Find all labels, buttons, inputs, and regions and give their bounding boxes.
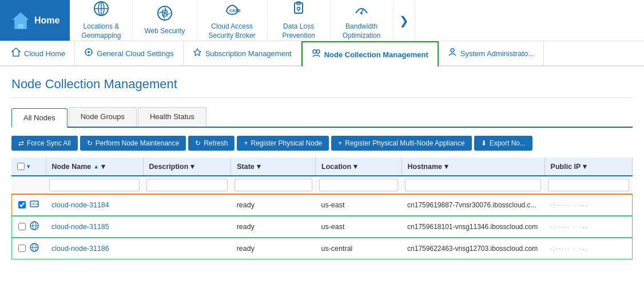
select-all-checkbox[interactable] — [17, 163, 25, 170]
register-physical-icon: + — [244, 139, 248, 147]
forcesync-button[interactable]: ⇄ Force Sync All — [11, 136, 78, 151]
row3-check-cell — [11, 238, 46, 259]
subnav-subscription[interactable]: Subscription Management — [184, 41, 301, 65]
col-state[interactable]: State ▾ — [231, 158, 316, 176]
tab-nodegroups[interactable]: Node Groups — [69, 107, 137, 127]
maintenance-button[interactable]: ↻ Perform Node Maintenance — [80, 136, 186, 151]
nav-item-dlp[interactable]: Data LossPrevention — [268, 0, 331, 41]
nav-item-locations[interactable]: Locations &Geomapping — [70, 0, 133, 41]
row2-location-cell: us-east — [316, 216, 402, 238]
export-button[interactable]: ⬇ Export No... — [474, 136, 532, 151]
svg-point-13 — [360, 12, 363, 14]
subnav-generalcloud[interactable]: General Cloud Settings — [75, 41, 183, 65]
sysadmin-icon — [448, 48, 457, 59]
row3-hostname-cell: cn1759622463-vnsg12703.ibosscloud.com — [401, 238, 544, 259]
filter-location-icon[interactable]: ▾ — [353, 162, 357, 171]
nav-label-dlp: Data LossPrevention — [282, 22, 315, 40]
filter-hostname-icon[interactable]: ▾ — [444, 162, 448, 171]
tab-allnodes[interactable]: All Nodes — [11, 108, 67, 128]
row2-hostname-cell: cn1759618101-vnsg11346.ibosscloud.com — [401, 216, 544, 238]
filter-hostname-cell — [401, 176, 544, 194]
subnav-sysadmin-label: System Administrato... — [460, 49, 534, 58]
row3-state-cell: ready — [231, 238, 316, 259]
row2-state-cell: ready — [231, 216, 316, 238]
generalcloud-icon — [84, 48, 93, 59]
row1-node-icon — [29, 199, 39, 211]
nav-label-websecurity: Web Security — [144, 27, 185, 36]
nav-label-bandwidth: BandwidthOptimization — [343, 22, 381, 40]
register-multi-button[interactable]: + Register Physical Multi-Node Appliance — [331, 136, 471, 151]
casb-icon: CASB — [224, 1, 240, 20]
svg-point-24 — [451, 49, 454, 52]
nav-item-websecurity[interactable]: Web Security — [133, 0, 197, 41]
row2-publicip-cell: ·:····· · ·-- — [544, 216, 632, 238]
register-multi-icon: + — [338, 139, 342, 147]
filter-description-input[interactable] — [146, 179, 228, 191]
nav-label-locations: Locations &Geomapping — [82, 22, 121, 40]
websecurity-icon — [157, 5, 173, 25]
col-description[interactable]: Description ▾ — [143, 158, 231, 176]
subnav-sysadmin[interactable]: System Administrato... — [439, 41, 544, 65]
filter-state-input[interactable] — [234, 179, 312, 191]
nav-more-button[interactable]: ❯ — [393, 0, 415, 41]
filter-hostname-input[interactable] — [405, 179, 541, 191]
filter-location-cell — [316, 176, 402, 194]
tab-healthstatus[interactable]: Health Status — [138, 107, 206, 127]
nav-item-bandwidth[interactable]: BandwidthOptimization — [331, 0, 393, 41]
row2-check-cell — [11, 216, 46, 238]
filter-publicip-input[interactable] — [548, 179, 629, 191]
refresh-icon: ↻ — [195, 139, 201, 147]
locations-icon — [93, 1, 109, 20]
nodes-table-container: ▾ Node Name ▲ ▾ Description ▾ — [11, 158, 633, 259]
table-row: cloud-node-31186 ready us-central cn1759… — [11, 238, 633, 259]
filter-nodename-input[interactable] — [49, 179, 140, 191]
filter-publicip-icon[interactable]: ▾ — [583, 162, 587, 171]
col-nodename[interactable]: Node Name ▲ ▾ — [46, 158, 143, 176]
export-icon: ⬇ — [481, 139, 487, 147]
refresh-button[interactable]: ↻ Refresh — [188, 136, 234, 151]
row1-checkbox[interactable] — [18, 201, 26, 208]
row2-node-icon — [29, 221, 39, 233]
subnav-generalcloud-label: General Cloud Settings — [97, 49, 173, 58]
dlp-icon — [291, 1, 307, 20]
row2-description-cell — [143, 216, 231, 238]
sort-nodename-icon: ▲ — [93, 163, 99, 170]
svg-rect-1 — [18, 23, 23, 29]
chevron-down-icon[interactable]: ▾ — [27, 163, 30, 170]
col-hostname[interactable]: Hostname ▾ — [401, 158, 544, 176]
row3-publicip-cell: ·:····· · ·-. — [544, 238, 632, 259]
maintenance-icon: ↻ — [87, 139, 93, 147]
row2-checkbox[interactable] — [18, 223, 26, 230]
filter-location-input[interactable] — [319, 179, 399, 191]
nav-item-casb[interactable]: CASB Cloud AccessSecurity Broker — [197, 0, 268, 41]
filter-state-icon[interactable]: ▾ — [257, 162, 261, 171]
subnav-cloudhome-label: Cloud Home — [24, 49, 65, 58]
row2-nodename-cell: cloud-node-31185 — [46, 216, 143, 238]
filter-nodename-cell — [46, 176, 143, 194]
forcesync-icon: ⇄ — [18, 139, 24, 147]
maintenance-label: Perform Node Maintenance — [96, 139, 180, 147]
filter-description-cell — [143, 176, 231, 194]
subnav-cloudhome[interactable]: Cloud Home — [2, 41, 75, 65]
row1-state-cell: ready — [231, 194, 316, 216]
col-location[interactable]: Location ▾ — [316, 158, 402, 176]
nodecollection-icon — [312, 49, 321, 60]
register-physical-button[interactable]: + Register Physical Node — [237, 136, 329, 151]
row1-description-cell — [143, 194, 231, 216]
subscription-icon — [193, 48, 202, 59]
filter-description-icon[interactable]: ▾ — [190, 162, 194, 171]
tabs-container: All Nodes Node Groups Health Status — [11, 107, 633, 128]
nav-label-casb: Cloud AccessSecurity Broker — [209, 22, 256, 40]
export-label: Export No... — [490, 139, 526, 147]
subnav-nodecollection[interactable]: Node Collection Management — [301, 41, 439, 66]
home-nav-item[interactable]: Home — [0, 0, 70, 41]
col-publicip[interactable]: Public IP ▾ — [544, 158, 632, 176]
row1-location-cell: us-east — [316, 194, 402, 216]
row1-check-cell — [11, 194, 46, 216]
filter-nodename-icon[interactable]: ▾ — [101, 162, 105, 171]
row3-checkbox[interactable] — [18, 245, 26, 252]
toolbar: ⇄ Force Sync All ↻ Perform Node Maintena… — [11, 136, 633, 151]
register-multi-label: Register Physical Multi-Node Appliance — [345, 139, 464, 147]
register-physical-label: Register Physical Node — [251, 139, 323, 147]
svg-marker-15 — [12, 48, 20, 56]
